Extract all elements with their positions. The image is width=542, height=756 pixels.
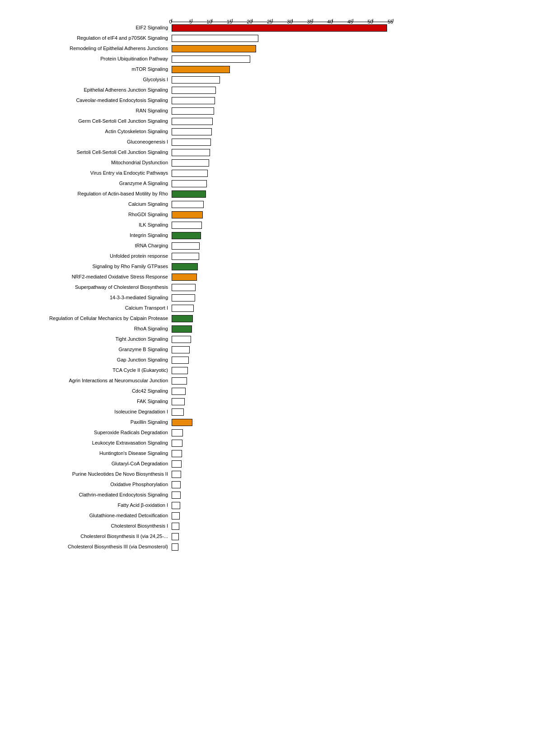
bar-label: Caveolar-mediated Endocytosis Signaling <box>9 97 172 103</box>
bar-row: Oxidative Phosphorylation <box>9 480 397 490</box>
bar-area <box>172 429 393 437</box>
bar-area <box>172 273 393 281</box>
bar-element <box>172 388 186 395</box>
bar-area <box>172 159 393 167</box>
bar-row: RAN Signaling <box>9 106 397 116</box>
bar-label: ILK Signaling <box>9 222 172 228</box>
bar-row: Cdc42 Signaling <box>9 386 397 396</box>
bar-element <box>172 159 209 167</box>
bar-label: Actin Cytoskeleton Signaling <box>9 129 172 135</box>
x-axis-tick: 20 <box>252 19 252 22</box>
bar-area <box>172 346 393 354</box>
bar-area <box>172 24 393 32</box>
bar-element <box>172 190 206 198</box>
chart-container: 0510152025303540455055 EIF2 SignalingReg… <box>9 11 397 552</box>
bar-row: Superpathway of Cholesterol Biosynthesis <box>9 283 397 292</box>
bar-label: Cholesterol Biosynthesis II (via 24,25-.… <box>9 533 172 539</box>
bar-element <box>172 56 250 63</box>
bar-label: Isoleucine Degradation I <box>9 409 172 415</box>
bar-element <box>172 263 198 270</box>
bar-label: Granzyme A Signaling <box>9 181 172 186</box>
bar-area <box>172 450 393 458</box>
bar-label: Gap Junction Signaling <box>9 357 172 363</box>
bar-row: Actin Cytoskeleton Signaling <box>9 127 397 137</box>
bar-row: Protein Ubiquitination Pathway <box>9 54 397 64</box>
bar-row: Huntington's Disease Signaling <box>9 449 397 459</box>
bar-element <box>172 408 184 416</box>
bar-row: Regulation of Actin-based Motility by Rh… <box>9 189 397 199</box>
bar-row: Agrin Interactions at Neuromuscular Junc… <box>9 376 397 386</box>
bar-row: Regulation of eIF4 and p70S6K Signaling <box>9 33 397 43</box>
bar-element <box>172 232 201 239</box>
bar-element <box>172 76 220 83</box>
bar-label: Glycolysis I <box>9 77 172 83</box>
bar-label: 14-3-3-mediated Signaling <box>9 295 172 301</box>
bar-label: Regulation of Actin-based Motility by Rh… <box>9 191 172 197</box>
bar-area <box>172 439 393 447</box>
bar-row: Clathrin-mediated Endocytosis Signaling <box>9 490 397 500</box>
bar-row: Caveolar-mediated Endocytosis Signaling <box>9 96 397 106</box>
bar-label: EIF2 Signaling <box>9 25 172 31</box>
bar-area <box>172 148 393 157</box>
bar-label: Signaling by Rho Family GTPases <box>9 264 172 269</box>
bar-element <box>172 512 180 519</box>
bar-row: Integrin Signaling <box>9 231 397 241</box>
bar-row: Cholesterol Biosynthesis I <box>9 521 397 531</box>
bar-element <box>172 139 211 146</box>
bar-area <box>172 65 393 74</box>
bar-element <box>172 429 183 436</box>
bar-area <box>172 315 393 323</box>
bar-label: Calcium Signaling <box>9 201 172 207</box>
bar-label: mTOR Signaling <box>9 66 172 72</box>
bar-element <box>172 180 207 187</box>
bar-area <box>172 34 393 42</box>
bar-row: Granzyme A Signaling <box>9 179 397 189</box>
bar-row: Leukocyte Extravasation Signaling <box>9 438 397 448</box>
bar-element <box>172 346 190 353</box>
bar-row: Paxillin Signaling <box>9 417 397 427</box>
bar-element <box>172 66 230 73</box>
bar-element <box>172 170 208 177</box>
bar-area <box>172 221 393 229</box>
bar-label: Huntington's Disease Signaling <box>9 450 172 456</box>
bar-area <box>172 408 393 416</box>
bar-element <box>172 284 196 291</box>
bar-label: Gluconeogenesis I <box>9 139 172 145</box>
bar-area <box>172 169 393 177</box>
bar-row: Glutathione-mediated Detoxification <box>9 511 397 521</box>
bar-row: Calcium Signaling <box>9 199 397 209</box>
bar-element <box>172 492 181 499</box>
bar-element <box>172 336 191 343</box>
bar-area <box>172 76 393 84</box>
bar-area <box>172 242 393 250</box>
bar-element <box>172 107 214 115</box>
bar-area <box>172 460 393 468</box>
bar-element <box>172 357 189 364</box>
bar-element <box>172 274 197 281</box>
bar-label: tRNA Charging <box>9 243 172 249</box>
bar-label: NRF2-mediated Oxidative Stress Response <box>9 274 172 280</box>
x-axis-tick: 45 <box>353 19 353 22</box>
bar-row: Epithelial Adherens Junction Signaling <box>9 85 397 95</box>
bar-area <box>172 491 393 499</box>
bar-label: Virus Entry via Endocytic Pathways <box>9 170 172 176</box>
bar-element <box>172 523 179 530</box>
bar-area <box>172 107 393 115</box>
bar-area <box>172 501 393 510</box>
bar-label: Tight Junction Signaling <box>9 336 172 342</box>
bar-element <box>172 201 204 208</box>
x-axis-tick: 35 <box>313 19 313 22</box>
bar-row: Cholesterol Biosynthesis III (via Desmos… <box>9 542 397 552</box>
bar-area <box>172 128 393 136</box>
bar-element <box>172 35 258 42</box>
bar-area <box>172 533 393 541</box>
bar-label: Glutathione-mediated Detoxification <box>9 513 172 519</box>
bar-label: Epithelial Adherens Junction Signaling <box>9 87 172 93</box>
bar-label: Unfolded protein response <box>9 253 172 259</box>
bar-area <box>172 180 393 188</box>
bar-label: Cdc42 Signaling <box>9 388 172 394</box>
bar-area <box>172 470 393 478</box>
bar-label: Leukocyte Extravasation Signaling <box>9 440 172 446</box>
bar-row: Purine Nucleotides De Novo Biosynthesis … <box>9 469 397 479</box>
bar-label: FAK Signaling <box>9 399 172 404</box>
